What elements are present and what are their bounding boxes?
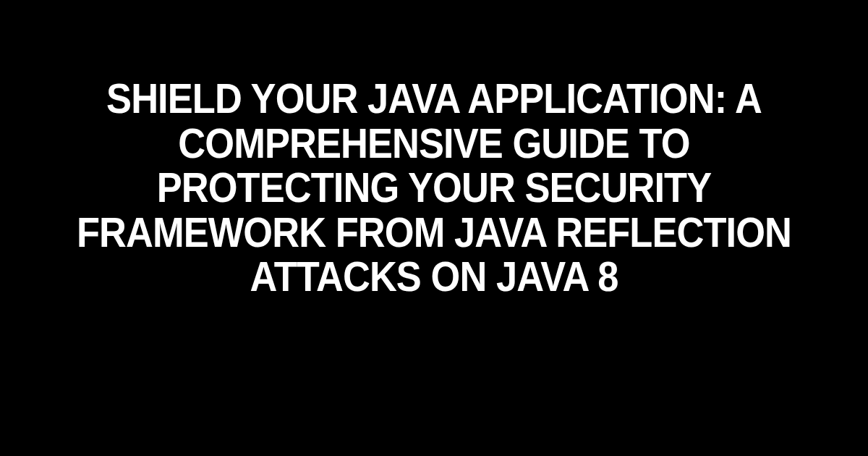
title-container: SHIELD YOUR JAVA APPLICATION: A COMPREHE… (0, 77, 868, 300)
page-title: SHIELD YOUR JAVA APPLICATION: A COMPREHE… (61, 77, 807, 300)
